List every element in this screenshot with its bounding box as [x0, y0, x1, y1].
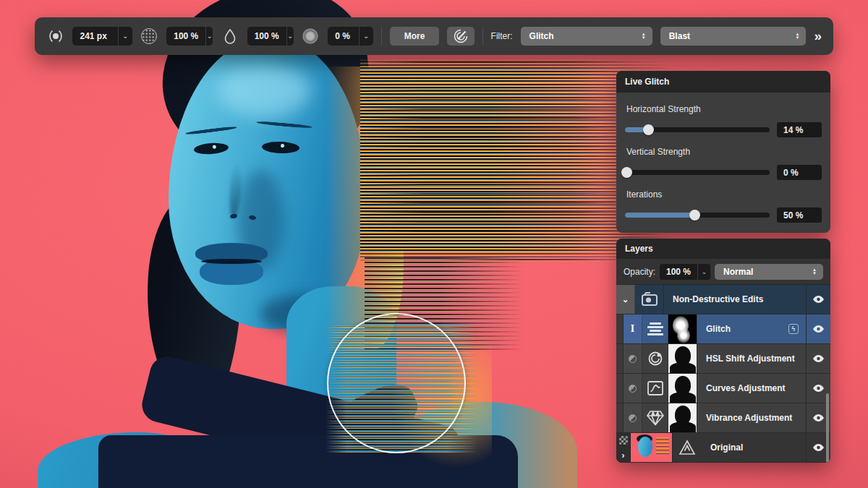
brush-width-icon: [46, 27, 64, 46]
group-collapse-chevron[interactable]: ⌄: [616, 285, 635, 314]
hsl-adjustment-icon: [642, 344, 668, 373]
layer-mask-thumbnail[interactable]: [668, 374, 697, 403]
chevron-down-icon: ⌄: [286, 27, 294, 46]
vertical-strength-slider[interactable]: [625, 170, 770, 175]
updown-chevrons-icon: ▲▼: [796, 33, 807, 40]
iterations-value[interactable]: 50 %: [777, 207, 822, 223]
blend-mode-value: Normal: [715, 267, 812, 277]
layers-scrollbar[interactable]: [826, 393, 829, 463]
chevron-down-icon: ⌄: [118, 27, 132, 46]
layer-name: Non-Destructive Edits: [664, 285, 806, 314]
layer-mask-thumbnail[interactable]: [668, 403, 697, 432]
image-layer-icon: [673, 433, 702, 462]
group-icon: [635, 285, 664, 314]
brush-flow-icon: [221, 27, 239, 46]
layer-name: Original: [702, 433, 806, 462]
portrait-highlight: [217, 64, 311, 117]
layer-row-hsl-shift-adjustment[interactable]: HSL Shift Adjustment: [616, 344, 830, 374]
layer-indent: [616, 314, 624, 343]
layer-opacity-value: 100 %: [660, 267, 697, 277]
vibrance-adjustment-icon: [642, 403, 668, 432]
layer-indent: [616, 403, 624, 432]
layer-indent: [616, 344, 624, 373]
horizontal-strength-slider[interactable]: [625, 127, 770, 132]
brush-flow-select[interactable]: 100 % ⌄: [247, 27, 294, 46]
brush-opacity-icon: [140, 27, 158, 46]
edit-target-indicator: Ι: [624, 314, 642, 343]
layers-controls: Opacity: 100 % ⌄ Normal ▲▼: [616, 259, 830, 285]
brush-cursor-circle: [327, 313, 466, 453]
expand-chevron[interactable]: ›: [621, 452, 624, 459]
brush-hardness-icon: [302, 27, 320, 46]
live-glitch-panel: Live Glitch Horizontal Strength 14 % Ver…: [616, 71, 830, 233]
vertical-strength-label: Vertical Strength: [626, 147, 822, 157]
adjustment-indicator-icon: [624, 403, 642, 432]
chevron-down-icon: ⌄: [697, 264, 710, 280]
brush-flow-value: 100 %: [247, 31, 286, 41]
layer-visibility-toggle[interactable]: [806, 344, 830, 373]
context-toolbar: 241 px ⌄ 100 % ⌄ 100 % ⌄ 0 % ⌄ More: [35, 17, 833, 55]
layer-mask-thumbnail[interactable]: [668, 344, 697, 373]
layer-row-non-destructive-edits[interactable]: ⌄ Non-Destructive Edits: [616, 285, 830, 314]
adjustment-indicator-icon: [624, 344, 642, 373]
layer-extras-column: ›: [616, 433, 631, 462]
slider-thumb[interactable]: [643, 124, 654, 135]
brush-settings-button[interactable]: [447, 27, 474, 46]
opacity-label: Opacity:: [624, 267, 655, 277]
horizontal-strength-value[interactable]: 14 %: [777, 122, 822, 137]
chevron-down-icon: ⌄: [205, 27, 213, 46]
filter-label: Filter:: [491, 31, 513, 41]
more-button[interactable]: More: [390, 27, 440, 46]
iterations-slider[interactable]: [625, 213, 770, 218]
layer-list: ⌄ Non-Destructive Edits Ι: [616, 285, 830, 463]
filter-type-dropdown[interactable]: Glitch ▲▼: [521, 27, 652, 46]
filter-type-value: Glitch: [521, 31, 642, 41]
layer-row-original[interactable]: › Original: [616, 433, 830, 463]
layer-name: HSL Shift Adjustment: [697, 344, 806, 373]
updown-chevrons-icon: ▲▼: [812, 268, 823, 275]
layer-opacity-select[interactable]: 100 % ⌄: [660, 264, 710, 280]
toolbar-divider: [381, 27, 382, 46]
adjustment-indicator-icon: [624, 374, 642, 403]
vertical-strength-value[interactable]: 0 %: [777, 165, 822, 180]
filter-preset-dropdown[interactable]: Blast ▲▼: [660, 27, 807, 46]
layer-name: Vibrance Adjustment: [697, 403, 806, 432]
filter-preset-value: Blast: [660, 31, 796, 41]
layers-panel-title: Layers: [616, 239, 830, 259]
chevron-down-icon: ⌄: [359, 27, 373, 46]
layer-row-vibrance-adjustment[interactable]: Vibrance Adjustment: [616, 403, 830, 433]
curves-adjustment-icon: [642, 374, 668, 403]
live-filter-badge: ϟ: [788, 324, 799, 334]
updown-chevrons-icon: ▲▼: [642, 33, 652, 40]
slider-thumb[interactable]: [689, 210, 700, 221]
layer-row-curves-adjustment[interactable]: Curves Adjustment: [616, 374, 830, 403]
brush-hardness-value: 0 %: [328, 31, 357, 41]
transparency-checker-icon[interactable]: [619, 436, 628, 445]
horizontal-strength-label: Horizontal Strength: [626, 104, 822, 114]
layer-row-glitch[interactable]: Ι Glitch ϟ: [616, 314, 830, 344]
layer-name: Curves Adjustment: [697, 374, 806, 403]
brush-hardness-select[interactable]: 0 % ⌄: [328, 27, 373, 46]
layers-panel: Layers Opacity: 100 % ⌄ Normal ▲▼ ⌄: [616, 239, 830, 463]
portrait-lips: [195, 239, 268, 288]
blend-mode-dropdown[interactable]: Normal ▲▼: [715, 264, 823, 280]
brush-width-select[interactable]: 241 px ⌄: [72, 27, 132, 46]
live-glitch-panel-title: Live Glitch: [616, 71, 830, 93]
app-window: 241 px ⌄ 100 % ⌄ 100 % ⌄ 0 % ⌄ More: [0, 0, 868, 488]
brush-opacity-value: 100 %: [166, 31, 205, 41]
layer-visibility-toggle[interactable]: [806, 285, 830, 314]
live-filter-icon: [642, 314, 668, 343]
layer-visibility-toggle[interactable]: [806, 314, 830, 343]
brush-opacity-select[interactable]: 100 % ⌄: [166, 27, 213, 46]
layer-mask-thumbnail[interactable]: [668, 314, 697, 343]
layer-indent: [616, 374, 624, 403]
iterations-label: Iterations: [626, 189, 822, 200]
layer-name: Glitch ϟ: [697, 314, 806, 343]
slider-thumb[interactable]: [621, 167, 632, 178]
layer-image-thumbnail[interactable]: [631, 433, 673, 462]
brush-width-value: 241 px: [72, 31, 114, 41]
toolbar-overflow-button[interactable]: »: [814, 28, 822, 44]
toolbar-divider: [482, 27, 483, 46]
